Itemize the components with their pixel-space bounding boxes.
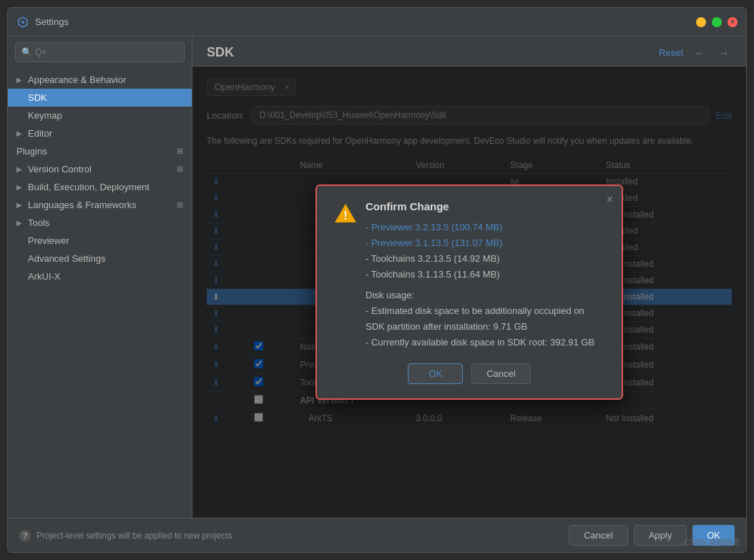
sidebar-item-label: Previewer	[28, 235, 69, 246]
sidebar-item-plugins[interactable]: Plugins ⊞	[8, 142, 192, 160]
sidebar-item-advanced-settings[interactable]: Advanced Settings	[8, 250, 192, 267]
warning-icon: !	[334, 202, 357, 225]
window-title: Settings	[35, 16, 696, 27]
sidebar-item-label: Keymap	[28, 110, 62, 121]
dialog-cancel-button[interactable]: Cancel	[471, 363, 530, 384]
sidebar-item-label: Version Control	[28, 164, 92, 175]
sidebar-item-label: ArkUI-X	[28, 271, 61, 282]
sidebar-item-sdk[interactable]: SDK	[8, 89, 192, 107]
chevron-right-icon: ▶	[16, 219, 25, 227]
disk-item-0: - Estimated disk space to be additionall…	[366, 303, 604, 335]
sidebar-items-list: ▶ Appearance & Behavior SDK Keymap ▶ Edi…	[8, 68, 192, 518]
version-control-icon: ⊞	[177, 164, 183, 174]
watermark: CSDN @韩皓亮	[685, 537, 740, 548]
back-arrow[interactable]: ←	[692, 46, 708, 60]
sidebar-item-build-execution[interactable]: ▶ Build, Execution, Deployment	[8, 178, 192, 196]
sidebar-item-label: Tools	[28, 217, 49, 228]
sidebar-item-editor[interactable]: ▶ Editor	[8, 124, 192, 142]
svg-point-0	[21, 21, 24, 24]
app-icon	[16, 16, 29, 29]
minimize-button[interactable]	[696, 17, 706, 27]
disk-item-1: - Currently available disk space in SDK …	[366, 335, 604, 350]
sidebar-item-label: Advanced Settings	[28, 253, 105, 264]
svg-text:!: !	[343, 210, 347, 222]
dialog-footer: OK Cancel	[334, 363, 604, 384]
bottom-info-text: Project-level settings will be applied t…	[36, 531, 232, 541]
sidebar-item-tools[interactable]: ▶ Tools	[8, 214, 192, 232]
dialog-overlay: × ! Confirm Change -	[192, 67, 746, 518]
sidebar-item-label: Build, Execution, Deployment	[28, 182, 150, 192]
settings-window: Settings × 🔍 ▶ Appearance & Behavior SDK	[7, 7, 747, 553]
main-content: 🔍 ▶ Appearance & Behavior SDK Keymap ▶ E…	[8, 36, 746, 518]
dialog-close-button[interactable]: ×	[607, 193, 613, 206]
dialog-item-0: - Previewer 3.2.13.5 (100.74 MB)	[366, 220, 604, 235]
panel-header: SDK Reset ← →	[192, 36, 746, 67]
chevron-right-icon: ▶	[16, 183, 25, 191]
dialog-item-1: - Previewer 3.1.13.5 (131.07 MB)	[366, 235, 604, 251]
sidebar-item-label: Plugins	[16, 146, 47, 157]
panel-title: SDK	[207, 45, 234, 60]
dialog-title-text: Confirm Change - Previewer 3.2.13.5 (100…	[366, 200, 604, 351]
chevron-right-icon: ▶	[16, 76, 25, 84]
dialog-header: ! Confirm Change - Previewer 3.2.13.5 (1…	[334, 200, 604, 351]
titlebar: Settings ×	[8, 8, 746, 36]
bottom-bar: ? Project-level settings will be applied…	[8, 518, 746, 552]
search-input[interactable]	[35, 47, 178, 57]
dialog-item-2: - Toolchains 3.2.13.5 (14.92 MB)	[366, 251, 604, 267]
dialog-title: Confirm Change	[366, 200, 604, 212]
apply-button[interactable]: Apply	[634, 525, 687, 546]
reset-link[interactable]: Reset	[659, 47, 683, 58]
chevron-right-icon: ▶	[16, 165, 25, 173]
forward-arrow[interactable]: →	[716, 46, 732, 60]
maximize-button[interactable]	[712, 17, 722, 27]
sidebar: 🔍 ▶ Appearance & Behavior SDK Keymap ▶ E…	[8, 36, 192, 518]
search-box[interactable]: 🔍	[15, 42, 185, 62]
dialog-disk-section: Disk usage: - Estimated disk space to be…	[366, 290, 604, 350]
info-icon[interactable]: ?	[19, 530, 31, 541]
sidebar-item-keymap[interactable]: Keymap	[8, 107, 192, 124]
languages-icon: ⊞	[177, 200, 183, 210]
sidebar-item-appearance-behavior[interactable]: ▶ Appearance & Behavior	[8, 71, 192, 89]
chevron-right-icon: ▶	[16, 129, 25, 137]
dialog-body: - Previewer 3.2.13.5 (100.74 MB) - Previ…	[366, 220, 604, 283]
plugins-icon: ⊞	[177, 147, 183, 156]
dialog-item-3: - Toolchains 3.1.13.5 (11.64 MB)	[366, 267, 604, 283]
chevron-right-icon: ▶	[16, 201, 25, 209]
sidebar-item-label: Editor	[28, 128, 52, 139]
dialog-disk-body: - Estimated disk space to be additionall…	[366, 303, 604, 350]
bottom-info: ? Project-level settings will be applied…	[19, 530, 569, 541]
confirm-dialog: × ! Confirm Change -	[315, 185, 623, 401]
cancel-button[interactable]: Cancel	[569, 525, 627, 546]
dialog-ok-button[interactable]: OK	[408, 363, 463, 384]
panel-body: OpenHarmony Location: Edit The following…	[192, 67, 746, 518]
sidebar-item-label: Languages & Frameworks	[28, 200, 137, 210]
sidebar-item-label: SDK	[28, 92, 47, 103]
sidebar-item-previewer[interactable]: Previewer	[8, 232, 192, 250]
close-button[interactable]: ×	[728, 17, 738, 27]
sidebar-item-languages-frameworks[interactable]: ▶ Languages & Frameworks ⊞	[8, 196, 192, 214]
search-icon: 🔍	[21, 47, 32, 57]
sidebar-item-arkui-x[interactable]: ArkUI-X	[8, 267, 192, 285]
sidebar-item-label: Appearance & Behavior	[28, 74, 126, 85]
sidebar-item-version-control[interactable]: ▶ Version Control ⊞	[8, 160, 192, 178]
main-panel: SDK Reset ← → OpenHarmony Location:	[192, 36, 746, 518]
panel-header-actions: Reset ← →	[659, 46, 732, 60]
window-controls: ×	[696, 17, 738, 27]
disk-usage-label: Disk usage:	[366, 290, 604, 300]
